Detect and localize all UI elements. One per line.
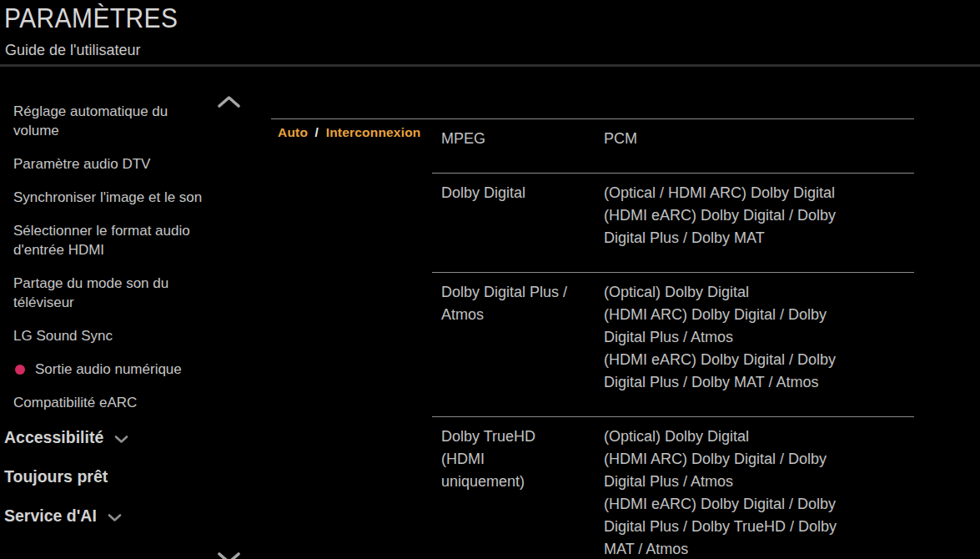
chevron-down-icon xyxy=(108,513,122,522)
option-separator: / xyxy=(312,125,323,139)
cell-line: Digital Plus / Dolby MAT xyxy=(604,227,914,249)
table-row: Dolby Digital(Optical / HDMI ARC) Dolby … xyxy=(432,174,914,273)
sidebar-item[interactable]: Compatibilité eARC xyxy=(13,393,204,412)
option-first: Auto xyxy=(278,125,308,139)
cell-line: (HDMI xyxy=(441,448,604,471)
sidebar-section-label: Toujours prêt xyxy=(4,467,108,486)
table-row: MPEGPCM xyxy=(432,119,914,174)
cell-line: (HDMI eARC) Dolby Digital / Dolby xyxy=(604,493,914,516)
sidebar-item-label: Paramètre audio DTV xyxy=(13,156,150,172)
sidebar-section[interactable]: Accessibilité xyxy=(4,426,238,448)
output-format-cell: (Optical) Dolby Digital(HDMI ARC) Dolby … xyxy=(604,281,914,394)
input-format-cell: Dolby Digital Plus /Atmos xyxy=(432,281,604,394)
output-format-cell: (Optical) Dolby Digital(HDMI ARC) Dolby … xyxy=(604,426,914,559)
header-divider xyxy=(0,64,980,67)
cell-line: MAT / Atmos xyxy=(604,538,914,559)
option-second: Interconnexion xyxy=(326,125,421,139)
sidebar-item-active[interactable]: Sortie audio numérique xyxy=(15,360,205,379)
cell-line: (HDMI eARC) Dolby Digital / Dolby xyxy=(604,349,914,371)
sidebar-item[interactable]: Synchroniser l'image et le son xyxy=(13,188,204,207)
table-row: Dolby TrueHD(HDMIuniquement)(Optical) Do… xyxy=(432,417,914,559)
input-format-cell: Dolby Digital xyxy=(432,182,604,249)
settings-guide-screen: PARAMÈTRES Guide de l'utilisateur Réglag… xyxy=(0,0,980,559)
output-format-cell: (Optical / HDMI ARC) Dolby Digital(HDMI … xyxy=(604,182,914,249)
cell-line: MPEG xyxy=(441,128,604,150)
cell-line: Atmos xyxy=(441,304,604,326)
sidebar-item-label: Sortie audio numérique xyxy=(35,360,182,379)
sidebar-item-label: Synchroniser l'image et le son xyxy=(13,189,202,205)
cell-line: (Optical) Dolby Digital xyxy=(604,426,914,448)
sidebar-item-label: Partage du mode son du téléviseur xyxy=(13,275,168,310)
sidebar-item[interactable]: Sélectionner le format audio d'entrée HD… xyxy=(13,221,204,259)
sidebar-section[interactable]: Toujours prêt xyxy=(4,466,238,487)
cell-line: Dolby Digital Plus / xyxy=(441,281,604,304)
sidebar-item-label: Réglage automatique du volume xyxy=(13,103,168,138)
audio-format-table: MPEGPCMDolby Digital(Optical / HDMI ARC)… xyxy=(432,119,914,559)
cell-line: Digital Plus / Dolby TrueHD / Dolby xyxy=(604,516,914,538)
sidebar-section-label: Service d'AI xyxy=(4,506,97,526)
cell-line: Digital Plus / Atmos xyxy=(604,326,914,349)
cell-line: PCM xyxy=(604,128,914,150)
cell-line: Dolby Digital xyxy=(441,182,604,204)
sidebar-item[interactable]: Réglage automatique du volume xyxy=(13,102,204,140)
cell-line: (HDMI ARC) Dolby Digital / Dolby xyxy=(604,304,914,326)
cell-line: Digital Plus / Dolby MAT / Atmos xyxy=(604,371,914,394)
sidebar-section[interactable]: Service d'AI xyxy=(4,505,238,526)
sidebar-nav: Réglage automatique du volumeParamètre a… xyxy=(4,102,238,526)
sidebar-item-label: LG Sound Sync xyxy=(13,328,113,344)
cell-line: Dolby TrueHD xyxy=(441,426,604,448)
sidebar-section-label: Accessibilité xyxy=(4,428,103,447)
chevron-down-icon xyxy=(114,435,128,444)
page-title: PARAMÈTRES xyxy=(4,2,178,34)
sidebar-item[interactable]: Partage du mode son du téléviseur xyxy=(13,274,204,312)
selected-option-label: Auto / Interconnexion xyxy=(278,125,421,140)
sidebar-item-label: Sélectionner le format audio d'entrée HD… xyxy=(13,223,190,258)
output-format-cell: PCM xyxy=(604,128,914,150)
cell-line: (HDMI ARC) Dolby Digital / Dolby xyxy=(604,448,914,471)
cell-line: uniquement) xyxy=(441,471,604,493)
scroll-down-icon[interactable] xyxy=(215,551,244,559)
cell-line: (Optical) Dolby Digital xyxy=(604,281,914,304)
input-format-cell: Dolby TrueHD(HDMIuniquement) xyxy=(432,426,604,559)
sidebar-item[interactable]: LG Sound Sync xyxy=(13,326,204,345)
page-subtitle: Guide de l'utilisateur xyxy=(5,42,141,59)
cell-line: (Optical / HDMI ARC) Dolby Digital xyxy=(604,182,914,204)
table-row: Dolby Digital Plus /Atmos(Optical) Dolby… xyxy=(432,273,914,417)
input-format-cell: MPEG xyxy=(432,128,604,150)
cell-line: Digital Plus / Atmos xyxy=(604,471,914,493)
sidebar-item-label: Compatibilité eARC xyxy=(13,395,137,410)
active-bullet-icon xyxy=(15,365,25,375)
sidebar-item[interactable]: Paramètre audio DTV xyxy=(13,154,204,174)
cell-line: (HDMI eARC) Dolby Digital / Dolby xyxy=(604,204,914,227)
